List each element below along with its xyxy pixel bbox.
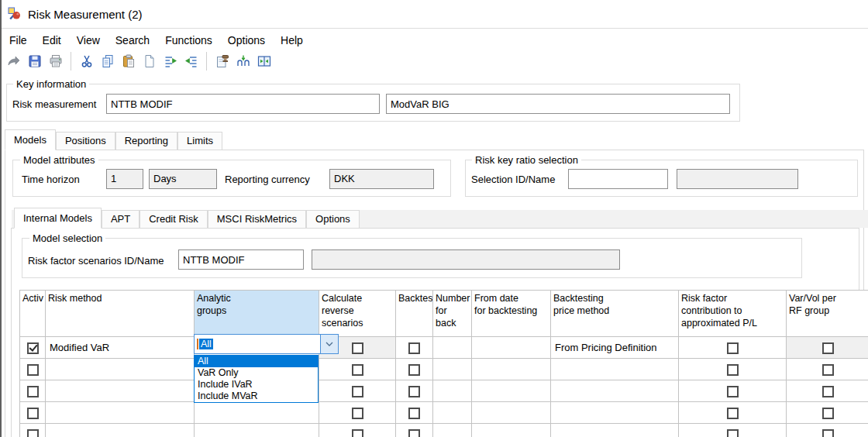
tab-reporting[interactable]: Reporting <box>115 132 177 150</box>
column-header-risk-method[interactable]: Risk method <box>46 291 195 337</box>
toolbar <box>3 49 274 74</box>
var-vol-per-rf-group-checkbox[interactable] <box>822 429 834 437</box>
menu-item-help[interactable]: Help <box>273 32 311 49</box>
number-for-backtesting-cell[interactable] <box>433 359 472 380</box>
analytic-groups-combobox[interactable]: All <box>194 334 339 354</box>
dropdown-option-include-mvar[interactable]: Include MVaR <box>195 391 318 402</box>
menu-item-search[interactable]: Search <box>108 32 157 49</box>
dropdown-option-all[interactable]: All <box>195 356 318 367</box>
paste-button[interactable] <box>118 51 139 72</box>
approve-stamp-button[interactable] <box>212 51 232 72</box>
backtest-checkbox[interactable] <box>408 364 420 376</box>
menu-item-options[interactable]: Options <box>220 32 273 49</box>
menu-item-file[interactable]: File <box>2 32 35 49</box>
column-header-active[interactable]: Activ <box>20 291 46 337</box>
risk-method-cell[interactable] <box>46 380 195 402</box>
calculate-reverse-checkbox[interactable] <box>352 386 363 397</box>
number-for-backtesting-cell[interactable] <box>433 337 472 359</box>
calculate-reverse-checkbox[interactable] <box>352 408 363 419</box>
risk-factor-scenarios-id-field[interactable] <box>178 249 304 270</box>
risk-factor-contribution-checkbox[interactable] <box>727 342 739 354</box>
calculate-reverse-checkbox[interactable] <box>352 364 363 376</box>
var-vol-per-rf-group-checkbox[interactable] <box>822 364 834 376</box>
column-header-analytic-groups[interactable]: Analytic groups <box>195 291 319 337</box>
new-document-button[interactable] <box>139 51 160 72</box>
split-view-button[interactable] <box>253 51 274 72</box>
print-button[interactable] <box>45 51 66 72</box>
selection-id-field[interactable] <box>568 169 668 189</box>
risk-factor-contribution-checkbox[interactable] <box>727 429 739 437</box>
from-date-cell[interactable] <box>472 402 551 424</box>
active-checkbox[interactable] <box>27 429 39 437</box>
calculate-reverse-checkbox[interactable] <box>352 429 363 437</box>
tab-internal-models[interactable]: Internal Models <box>14 208 102 229</box>
risk-method-cell[interactable]: Modified VaR <box>46 337 195 359</box>
backtesting-price-method-cell[interactable] <box>551 380 679 402</box>
menu-item-view[interactable]: View <box>69 32 108 49</box>
copy-button[interactable] <box>97 51 118 72</box>
tab-options[interactable]: Options <box>306 210 360 229</box>
from-date-cell[interactable] <box>472 359 551 380</box>
tab-positions[interactable]: Positions <box>56 132 115 150</box>
active-checkbox[interactable] <box>27 386 39 397</box>
backtesting-price-method-cell[interactable]: From Pricing Definition <box>551 337 679 359</box>
print-icon <box>48 53 64 69</box>
risk-method-cell[interactable] <box>46 402 195 424</box>
column-header-from-date[interactable]: From date for backtesting <box>472 291 551 337</box>
from-date-cell[interactable] <box>472 424 551 437</box>
from-date-cell[interactable] <box>472 337 551 359</box>
redo-button[interactable] <box>3 51 24 72</box>
dropdown-option-include-ivar[interactable]: Include IVaR <box>195 379 318 391</box>
number-for-backtesting-cell[interactable] <box>433 424 472 437</box>
cut-button[interactable] <box>76 51 97 72</box>
risk-method-cell[interactable] <box>46 424 195 437</box>
remove-row-button[interactable] <box>181 51 202 72</box>
var-vol-per-rf-group-checkbox[interactable] <box>822 342 834 354</box>
backtesting-price-method-cell[interactable] <box>551 424 679 437</box>
risk-factor-contribution-checkbox[interactable] <box>727 386 739 397</box>
tab-limits[interactable]: Limits <box>177 132 222 150</box>
insert-between-icon <box>236 53 251 69</box>
risk-method-cell[interactable] <box>46 359 195 380</box>
from-date-cell[interactable] <box>472 380 551 402</box>
column-header-backtest[interactable]: Backtes <box>396 291 433 337</box>
tab-credit-risk[interactable]: Credit Risk <box>140 210 208 229</box>
reporting-currency-label: Reporting currency <box>225 174 310 185</box>
save-button[interactable] <box>24 51 45 72</box>
backtest-checkbox[interactable] <box>408 342 420 354</box>
insert-between-button[interactable] <box>232 51 253 72</box>
backtest-checkbox[interactable] <box>408 408 420 419</box>
column-header-backtesting-price-method[interactable]: Backtesting price method <box>551 291 679 337</box>
analytic-groups-cell[interactable] <box>195 402 319 424</box>
risk-factor-contribution-checkbox[interactable] <box>727 364 739 376</box>
active-checkbox[interactable] <box>27 408 39 419</box>
column-header-var-vol-per-rf-group[interactable]: Var/Vol per RF group <box>787 291 868 337</box>
var-vol-per-rf-group-checkbox[interactable] <box>822 386 834 397</box>
risk-factor-contribution-checkbox[interactable] <box>727 408 739 419</box>
backtesting-price-method-cell[interactable] <box>551 359 679 380</box>
tab-msci-riskmetrics[interactable]: MSCI RiskMetrics <box>208 210 306 229</box>
menu-item-functions[interactable]: Functions <box>157 32 220 49</box>
column-header-risk-factor-contribution[interactable]: Risk factor contribution to approximated… <box>679 291 787 337</box>
backtest-checkbox[interactable] <box>408 429 420 437</box>
active-checkbox[interactable] <box>27 364 39 376</box>
backtest-checkbox[interactable] <box>408 386 420 397</box>
number-for-backtesting-cell[interactable] <box>433 380 472 402</box>
menu-item-edit[interactable]: Edit <box>35 32 69 49</box>
column-header-calculate-reverse[interactable]: Calculate reverse scenarios <box>319 291 396 337</box>
tab-models[interactable]: Models <box>5 129 56 150</box>
var-vol-per-rf-group-checkbox[interactable] <box>822 408 834 419</box>
combobox-dropdown-button[interactable] <box>320 335 338 353</box>
calculate-reverse-checkbox[interactable] <box>352 342 363 354</box>
risk-measurement-id-field[interactable] <box>106 94 380 114</box>
number-for-backtesting-cell[interactable] <box>433 402 472 424</box>
risk-measurement-name-field[interactable] <box>386 94 730 114</box>
column-header-number-for-backtesting[interactable]: Number for back <box>433 291 472 337</box>
active-checkbox[interactable] <box>27 342 39 354</box>
backtesting-price-method-cell[interactable] <box>551 402 679 424</box>
tab-apt[interactable]: APT <box>102 210 140 229</box>
paste-icon <box>121 53 136 69</box>
insert-row-button[interactable] <box>160 51 181 72</box>
analytic-groups-cell[interactable] <box>195 424 319 437</box>
dropdown-option-var-only[interactable]: VaR Only <box>195 367 318 379</box>
